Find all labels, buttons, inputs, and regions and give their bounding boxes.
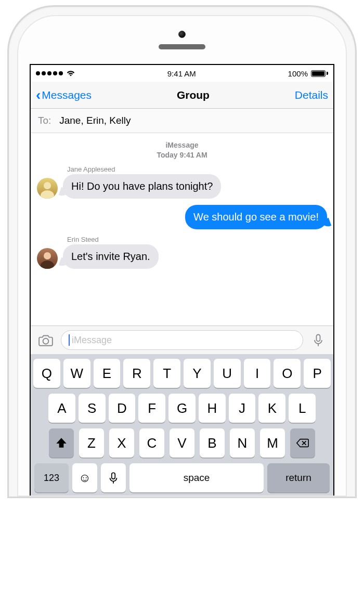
screen: 9:41 AM 100% ‹ Messages Group Details (30, 64, 334, 496)
phone-bezel: 9:41 AM 100% ‹ Messages Group Details (17, 15, 347, 497)
chevron-left-icon: ‹ (36, 88, 41, 102)
text-cursor (69, 334, 70, 346)
message-input[interactable]: iMessage (61, 330, 303, 350)
svg-point-2 (44, 252, 51, 259)
cell-signal-icon (36, 71, 63, 75)
key-space[interactable]: space (129, 463, 264, 492)
status-time: 9:41 AM (167, 69, 196, 78)
key-n[interactable]: N (230, 428, 255, 458)
conversation-timestamp: Today 9:41 AM (37, 150, 327, 160)
key-l[interactable]: L (289, 394, 316, 423)
message-row: We should go see a movie! (37, 205, 327, 229)
phone-sensors (18, 16, 346, 64)
key-t[interactable]: T (153, 359, 180, 388)
message-placeholder: iMessage (72, 335, 112, 346)
svg-point-3 (41, 261, 54, 269)
camera-icon (38, 333, 54, 347)
to-field[interactable]: To: Jane, Erin, Kelly (31, 109, 333, 133)
avatar[interactable] (37, 178, 58, 199)
status-bar: 9:41 AM 100% (31, 65, 333, 82)
key-g[interactable]: G (168, 394, 196, 423)
key-f[interactable]: F (138, 394, 165, 423)
emoji-icon: ☺ (79, 471, 92, 485)
svg-rect-7 (112, 473, 115, 479)
camera-button[interactable] (36, 330, 56, 350)
key-k[interactable]: K (258, 394, 285, 423)
key-c[interactable]: C (139, 428, 164, 458)
key-i[interactable]: I (244, 359, 271, 388)
key-z[interactable]: Z (79, 428, 104, 458)
backspace-icon (296, 436, 309, 450)
conversation-view[interactable]: iMessage Today 9:41 AM Jane Appleseed Hi… (31, 133, 333, 325)
shift-icon (55, 436, 68, 450)
battery-percent: 100% (288, 69, 308, 78)
sender-name: Jane Appleseed (67, 165, 327, 173)
svg-point-1 (41, 190, 54, 199)
message-row: Hi! Do you have plans tonight? (37, 174, 327, 199)
key-u[interactable]: U (214, 359, 241, 388)
message-bubble-incoming[interactable]: Let's invite Ryan. (63, 244, 159, 269)
earpiece-speaker (159, 44, 205, 49)
to-recipients: Jane, Erin, Kelly (59, 115, 131, 126)
wifi-icon (66, 70, 75, 77)
microphone-icon (311, 333, 326, 347)
key-q[interactable]: Q (33, 359, 60, 388)
back-label: Messages (42, 89, 92, 101)
message-row: Let's invite Ryan. (37, 244, 327, 269)
avatar[interactable] (37, 248, 58, 269)
key-dictation[interactable] (101, 463, 126, 492)
compose-bar: iMessage (31, 325, 333, 354)
key-r[interactable]: R (123, 359, 150, 388)
key-s[interactable]: S (79, 394, 106, 423)
key-d[interactable]: D (109, 394, 136, 423)
key-e[interactable]: E (94, 359, 121, 388)
sender-name: Erin Steed (67, 236, 327, 243)
key-v[interactable]: V (170, 428, 194, 458)
to-prefix: To: (38, 115, 51, 126)
key-p[interactable]: P (304, 359, 331, 388)
voice-message-button[interactable] (308, 330, 328, 350)
svg-rect-5 (317, 335, 320, 342)
keyboard-row-2: A S D F G H J K L (33, 394, 331, 423)
keyboard-row-3: Z X C V B N M (33, 428, 331, 458)
svg-point-0 (44, 182, 51, 189)
conversation-header: iMessage Today 9:41 AM (37, 140, 327, 160)
back-button[interactable]: ‹ Messages (36, 88, 92, 102)
nav-bar: ‹ Messages Group Details (31, 82, 333, 109)
key-emoji[interactable]: ☺ (72, 463, 97, 492)
key-m[interactable]: M (260, 428, 285, 458)
key-y[interactable]: Y (184, 359, 211, 388)
front-camera (178, 31, 186, 38)
phone-frame: 9:41 AM 100% ‹ Messages Group Details (7, 5, 357, 498)
key-x[interactable]: X (109, 428, 134, 458)
key-h[interactable]: H (199, 394, 226, 423)
key-j[interactable]: J (229, 394, 256, 423)
key-a[interactable]: A (48, 394, 75, 423)
service-label: iMessage (37, 140, 327, 150)
key-o[interactable]: O (274, 359, 301, 388)
key-numbers[interactable]: 123 (34, 463, 69, 492)
key-shift[interactable] (49, 428, 74, 458)
message-bubble-outgoing[interactable]: We should go see a movie! (185, 205, 327, 229)
microphone-icon (107, 471, 120, 485)
nav-title: Group (177, 89, 210, 101)
keyboard-row-1: Q W E R T Y U I O P (33, 359, 331, 388)
details-button[interactable]: Details (295, 89, 328, 101)
key-b[interactable]: B (200, 428, 225, 458)
battery-icon (311, 70, 328, 77)
key-return[interactable]: return (267, 463, 330, 492)
keyboard-row-4: 123 ☺ space return (33, 463, 331, 496)
key-w[interactable]: W (63, 359, 90, 388)
message-bubble-incoming[interactable]: Hi! Do you have plans tonight? (63, 174, 221, 199)
key-delete[interactable] (290, 428, 315, 458)
svg-point-4 (43, 338, 49, 344)
keyboard: Q W E R T Y U I O P A S D F G H (31, 354, 333, 496)
